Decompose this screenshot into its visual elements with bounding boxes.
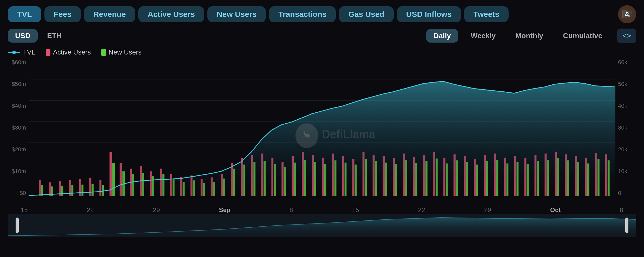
timeframe-daily[interactable]: Daily — [426, 29, 458, 43]
currency-usd[interactable]: USD — [8, 29, 38, 43]
currency-eth[interactable]: ETH — [40, 29, 69, 43]
user-avatar[interactable]: 🏴‍☠️ — [618, 5, 636, 23]
tab-gas-used[interactable]: Gas Used — [339, 6, 393, 22]
svg-text:🦙: 🦙 — [302, 130, 312, 140]
main-chart: 🦙 DefiLlama — [29, 59, 615, 204]
timeframe-weekly[interactable]: Weekly — [463, 29, 503, 43]
time-controls: Daily Weekly Monthly Cumulative <> — [426, 29, 636, 43]
chart-area: $60m $50m $40m $30m $20m $10m $0 60k 50k… — [8, 59, 636, 204]
nav-tabs: TVL Fees Revenue Active Users New Users … — [8, 6, 509, 22]
tab-usd-inflows[interactable]: USD Inflows — [397, 6, 461, 22]
range-slider[interactable] — [8, 214, 636, 237]
range-handle-right[interactable] — [625, 218, 628, 233]
timeframe-group: Daily Weekly Monthly Cumulative — [426, 29, 609, 43]
tab-new-users[interactable]: New Users — [207, 6, 266, 22]
tab-fees[interactable]: Fees — [44, 6, 81, 22]
tab-transactions[interactable]: Transactions — [269, 6, 336, 22]
currency-toggle: USD ETH — [8, 29, 69, 43]
timeframe-monthly[interactable]: Monthly — [508, 29, 550, 43]
y-axis-right: 60k 50k 40k 30k 20k 10k 0 — [615, 59, 636, 204]
legend-new-users: New Users — [101, 48, 142, 56]
tab-tweets[interactable]: Tweets — [464, 6, 509, 22]
tab-tvl[interactable]: TVL — [8, 6, 41, 22]
x-axis: 15 22 29 Sep 8 15 22 29 Oct 8 — [0, 204, 644, 214]
range-handle-left[interactable] — [16, 218, 19, 233]
timeframe-cumulative[interactable]: Cumulative — [556, 29, 609, 43]
embed-button[interactable]: <> — [617, 29, 636, 43]
chart-legend: TVL Active Users New Users — [0, 46, 644, 59]
svg-rect-8 — [39, 180, 41, 196]
y-axis-left: $60m $50m $40m $30m $20m $10m $0 — [8, 59, 29, 204]
tab-revenue[interactable]: Revenue — [84, 6, 135, 22]
tab-active-users[interactable]: Active Users — [138, 6, 204, 22]
svg-text:DefiLlama: DefiLlama — [322, 128, 376, 141]
legend-active-users: Active Users — [46, 48, 91, 56]
controls-row: USD ETH Daily Weekly Monthly Cumulative … — [0, 23, 644, 46]
top-bar: TVL Fees Revenue Active Users New Users … — [0, 0, 644, 23]
legend-tvl: TVL — [8, 48, 35, 56]
